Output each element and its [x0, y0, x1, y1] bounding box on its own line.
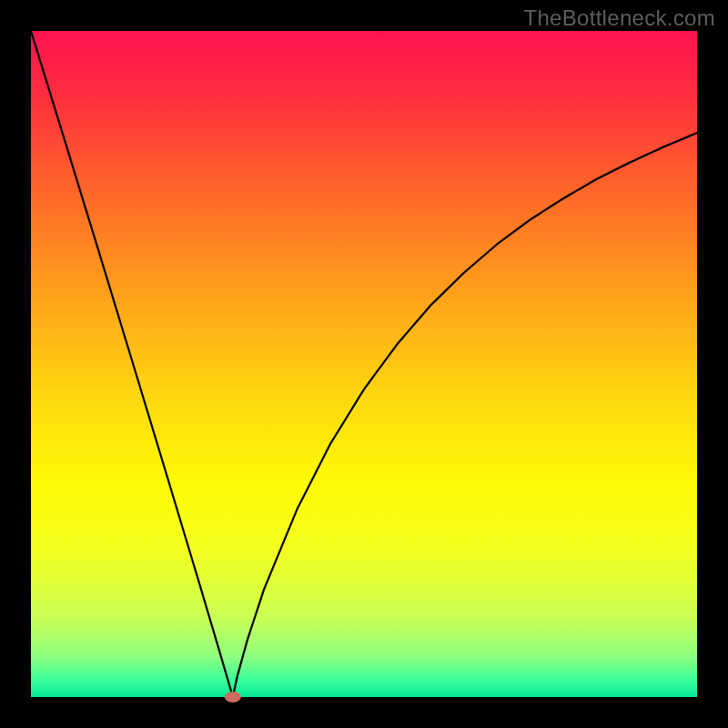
watermark-text: TheBottleneck.com: [523, 5, 715, 31]
gradient-background: [31, 31, 697, 697]
bottleneck-chart: [0, 0, 728, 728]
chart-frame: TheBottleneck.com: [0, 0, 728, 728]
minimum-marker: [225, 692, 241, 703]
